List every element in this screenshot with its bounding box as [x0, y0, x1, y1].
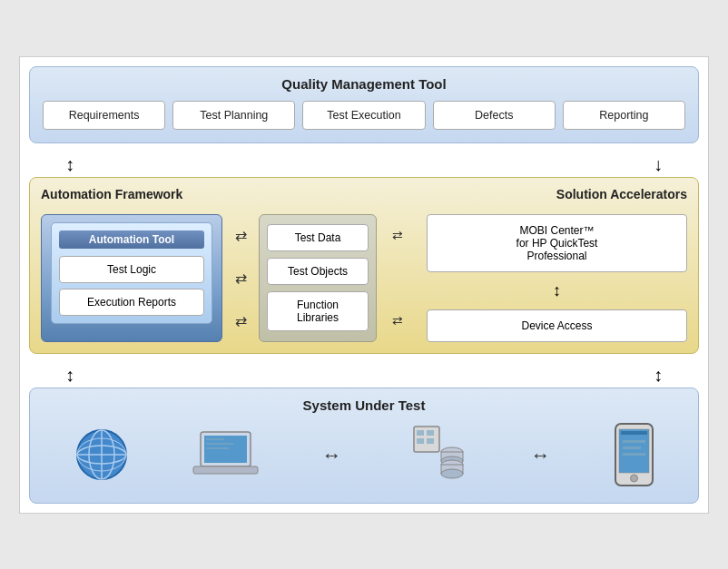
qmt-box-test-execution: Test Execution — [302, 101, 425, 130]
svg-rect-14 — [427, 430, 434, 436]
main-container: Quality Management Tool Requirements Tes… — [19, 56, 709, 514]
test-data-box: Test Data — [267, 224, 369, 251]
top-arrow-row: ↕ ↓ — [29, 152, 699, 177]
server-database-icon — [405, 425, 468, 486]
arrow-h-1: ⇄ — [392, 228, 403, 242]
qmt-box-defects: Defects — [433, 101, 556, 130]
svg-rect-15 — [417, 438, 424, 444]
sut-section: System Under Test — [29, 388, 699, 504]
svg-rect-16 — [427, 438, 434, 444]
arrow-down-right: ↕ — [654, 365, 663, 386]
svg-point-26 — [630, 475, 637, 482]
arrow-lr-1: ⇄ — [235, 227, 247, 244]
svg-rect-9 — [206, 438, 224, 440]
sut-title: System Under Test — [43, 397, 685, 413]
svg-rect-11 — [206, 447, 229, 449]
arrow-up-right: ↓ — [654, 154, 663, 175]
arrow-up-left: ↕ — [65, 154, 74, 175]
automation-tool-title: Automation Tool — [59, 231, 204, 249]
solution-accelerators-title: Solution Accelerators — [556, 187, 687, 201]
middle-section: Automation Framework Solution Accelerato… — [29, 177, 699, 354]
qmt-boxes: Requirements Test Planning Test Executio… — [43, 101, 685, 130]
test-logic-box: Test Logic — [59, 256, 204, 283]
device-access-box: Device Access — [427, 309, 687, 342]
svg-rect-28 — [623, 440, 645, 443]
svg-rect-27 — [621, 431, 647, 435]
qmt-section: Quality Management Tool Requirements Tes… — [29, 66, 699, 143]
sut-arrow-2: ↔ — [531, 444, 551, 467]
laptop-icon — [192, 427, 260, 485]
sut-arrow-1: ↔ — [322, 444, 342, 467]
arrow-lr-3: ⇄ — [235, 312, 247, 329]
middle-inner: Automation Tool Test Logic Execution Rep… — [41, 214, 687, 342]
function-libraries-box: Function Libraries — [267, 291, 369, 331]
arrow-h-3: ⇄ — [392, 313, 403, 328]
svg-rect-29 — [623, 446, 641, 449]
sa-vert-arrow: ↕ — [427, 281, 687, 300]
mobi-center-box: MOBI Center™ for HP QuickTest Profession… — [427, 214, 687, 272]
sut-content: ↔ ↔ — [43, 422, 685, 490]
bottom-arrow-row: ↕ ↕ — [29, 363, 699, 388]
arrow-lr-2: ⇄ — [235, 270, 247, 287]
execution-reports-box: Execution Reports — [59, 289, 204, 316]
svg-rect-10 — [206, 443, 233, 445]
mobile-icon — [614, 422, 654, 490]
svg-rect-13 — [417, 430, 424, 436]
automation-tool-box: Automation Tool Test Logic Execution Rep… — [51, 222, 212, 324]
qmt-box-reporting: Reporting — [563, 101, 685, 130]
h-arrows-col: ⇄ ⇄ ⇄ — [386, 214, 408, 342]
svg-rect-30 — [623, 453, 645, 456]
qmt-box-requirements: Requirements — [43, 101, 165, 130]
automation-framework-box: Automation Tool Test Logic Execution Rep… — [41, 214, 222, 342]
test-objects-box: Test Objects — [267, 258, 369, 285]
center-column: Test Data Test Objects Function Librarie… — [259, 214, 377, 342]
qmt-box-test-planning: Test Planning — [172, 101, 295, 130]
svg-rect-24 — [619, 429, 649, 473]
svg-point-22 — [441, 469, 463, 478]
svg-rect-8 — [193, 466, 258, 474]
qmt-title: Quality Management Tool — [43, 76, 685, 92]
automation-framework-title-outer: Automation Framework — [41, 187, 182, 201]
lr-arrows-left: ⇄ ⇄ ⇄ — [231, 214, 250, 342]
globe-icon — [74, 427, 129, 485]
arrow-down-left: ↕ — [65, 365, 74, 386]
sa-boxes: MOBI Center™ for HP QuickTest Profession… — [418, 214, 687, 342]
